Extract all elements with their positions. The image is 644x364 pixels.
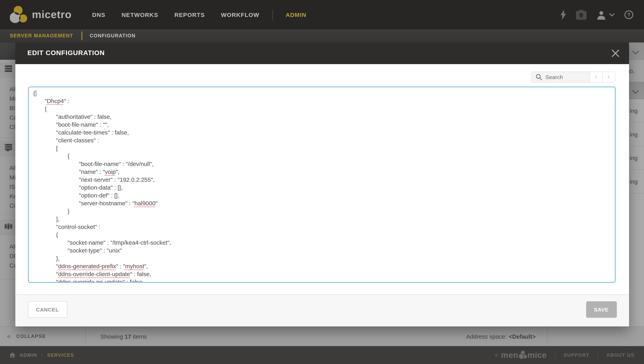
nav-utilities: ?: [560, 10, 633, 20]
code-line: "boot-file-name" : "/dev/null",: [33, 160, 610, 168]
misspelled-token: ddns-override-no-update: [58, 278, 123, 283]
code-line: "next-server" : "192.0.2.255",: [33, 176, 610, 184]
top-navigation: micetro DNS NETWORKS REPORTS WORKFLOW AD…: [0, 0, 644, 30]
code-line: "option-data" : [],: [33, 184, 610, 192]
divider: [82, 32, 82, 40]
user-icon: [596, 10, 606, 20]
text-caret: [36, 90, 36, 96]
code-line: {: [33, 105, 610, 113]
code-line: "server-hostname" : "hal9000": [33, 200, 610, 207]
edit-configuration-dialog: EDIT CONFIGURATION Search ‹ › {"Dhcp4" :…: [15, 42, 629, 326]
code-line: }: [33, 207, 610, 215]
nav-item-admin[interactable]: ADMIN: [285, 12, 306, 18]
cancel-button[interactable]: CANCEL: [28, 301, 67, 318]
code-line: [: [33, 144, 610, 152]
subnav-server-management[interactable]: SERVER MANAGEMENT: [10, 33, 73, 39]
code-line: "name" : "voip",: [33, 168, 610, 176]
config-editor-content: {"Dhcp4" :{"authoritative" : false,"boot…: [33, 89, 610, 283]
code-line: "Dhcp4" :: [33, 97, 610, 105]
code-line: "socket-type" : "unix": [33, 246, 610, 254]
import-icon[interactable]: [576, 10, 586, 20]
micetro-app: AllMiBINCaClo AllMiISCKeCis AllDDC: [0, 0, 644, 364]
misspelled-token: Dhcp4: [47, 98, 64, 104]
code-line: "option-def" : [],: [33, 192, 610, 200]
micetro-logo[interactable]: micetro: [10, 5, 72, 24]
search-icon: [536, 74, 542, 80]
search-placeholder: Search: [545, 74, 563, 80]
search-prev-button[interactable]: ‹: [589, 72, 602, 82]
code-line: {: [33, 89, 610, 97]
code-line: "ddns-override-no-update" : false: [33, 278, 610, 283]
help-icon[interactable]: ?: [624, 10, 633, 19]
editor-search-control: Search ‹ ›: [531, 72, 615, 82]
code-line: "socket-name" : "/tmp/kea4-ctrl-socket",: [33, 239, 610, 246]
code-line: "control-socket" :: [33, 223, 610, 231]
save-button[interactable]: SAVE: [586, 301, 617, 318]
code-line: },: [33, 254, 610, 262]
code-line: "ddns-override-client-update" : false,: [33, 270, 610, 278]
nav-item-dns[interactable]: DNS: [92, 12, 106, 18]
nav-item-workflow[interactable]: WORKFLOW: [221, 12, 259, 18]
main-menu: DNS NETWORKS REPORTS WORKFLOW ADMIN: [92, 9, 306, 20]
sub-navigation: SERVER MANAGEMENT CONFIGURATION: [0, 30, 644, 42]
misspelled-token: ddns-generated-prefix: [58, 263, 116, 270]
micetro-mouse-icon: [10, 5, 28, 24]
dialog-footer: CANCEL SAVE: [15, 294, 629, 326]
search-input[interactable]: Search: [532, 72, 589, 82]
nav-item-networks[interactable]: NETWORKS: [122, 12, 158, 18]
code-line: "ddns-generated-prefix" : "myhost",: [33, 262, 610, 270]
subnav-configuration[interactable]: CONFIGURATION: [90, 33, 136, 39]
chevron-down-icon: [609, 13, 614, 16]
code-line: "authoritative" : false,: [33, 113, 610, 121]
search-next-button[interactable]: ›: [602, 72, 615, 82]
dialog-body: Search ‹ › {"Dhcp4" :{"authoritative" : …: [15, 64, 629, 294]
user-menu[interactable]: [596, 10, 614, 20]
code-line: {: [33, 152, 610, 160]
misspelled-token: voip: [105, 168, 116, 175]
dialog-header: EDIT CONFIGURATION: [15, 42, 629, 64]
misspelled-token: hal9000: [134, 200, 155, 206]
code-line: {: [33, 231, 610, 239]
nav-item-reports[interactable]: REPORTS: [174, 12, 205, 18]
close-icon[interactable]: [611, 49, 619, 57]
brand-name: micetro: [32, 9, 72, 21]
code-line: "client-classes" :: [33, 136, 610, 144]
svg-text:?: ?: [627, 12, 630, 18]
code-line: "calculate-tee-times" : false,: [33, 128, 610, 136]
dialog-title: EDIT CONFIGURATION: [27, 49, 105, 57]
misspelled-token: ddns-override-client-update: [58, 270, 130, 277]
misspelled-token: myhost: [125, 263, 144, 270]
lightning-icon[interactable]: [560, 10, 566, 20]
divider: [272, 9, 273, 20]
code-line: ],: [33, 215, 610, 223]
code-line: "boot-file-name" : "",: [33, 121, 610, 128]
config-editor[interactable]: {"Dhcp4" :{"authoritative" : false,"boot…: [28, 86, 615, 283]
